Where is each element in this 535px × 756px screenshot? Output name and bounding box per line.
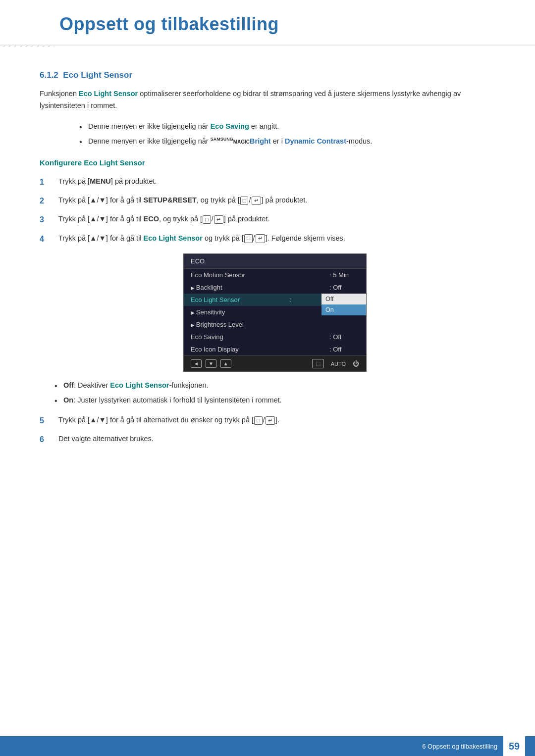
eco-menu-bottom-bar: ◄ ▼ ▲ ⬚ AUTO ⏻ (184, 355, 366, 371)
step-number-1: 1 (40, 176, 54, 189)
dynamic-contrast-term: Dynamic Contrast (285, 137, 346, 145)
step-4: 4 Trykk på [▲/▼] for å gå til Eco Light … (40, 233, 495, 246)
icon-box-square-3: □ (203, 215, 211, 224)
step-number-5: 5 (40, 414, 54, 427)
page-title: Oppsett og tilbakestilling (59, 14, 505, 35)
eco-menu-item-motion-sensor: Eco Motion Sensor : 5 Min (184, 269, 366, 281)
icon-box-square: □ (240, 197, 249, 205)
eco-dropdown: Off On (321, 294, 366, 315)
step-5: 5 Trykk på [▲/▼] for å gå til alternativ… (40, 414, 495, 427)
eco-option-off: Off: Deaktiver Eco Light Sensor-funksjon… (54, 380, 495, 392)
eco-label-motion: Eco Motion Sensor (191, 271, 329, 279)
step-3-text: Trykk på [▲/▼] for å gå til ECO, og tryk… (58, 213, 495, 225)
step-2: 2 Trykk på [▲/▼] for å gå til SETUP&RESE… (40, 195, 495, 207)
icon-down-arrow: ▼ (206, 359, 216, 368)
eco-light-sensor-term: Eco Light Sensor (144, 234, 203, 242)
eco-menu-item-brightness: Brightness Level (184, 318, 366, 331)
eco-label-icon-display: Eco Icon Display (191, 346, 329, 353)
step-number-2: 2 (40, 195, 54, 207)
main-content: 6.1.2 Eco Light Sensor Funksjonen Eco Li… (0, 46, 535, 492)
title-bar: Oppsett og tilbakestilling (0, 0, 535, 46)
eco-label-light-sensor: Eco Light Sensor (191, 296, 289, 303)
page-footer: 6 Oppsett og tilbakestilling 59 (0, 736, 535, 756)
intro-bold-term: Eco Light Sensor (79, 90, 138, 98)
bullet-list: Denne menyen er ikke tilgjengelig når Ec… (79, 121, 495, 148)
step-number-4: 4 (40, 233, 54, 246)
step-number-3: 3 (40, 213, 54, 226)
page-container: Oppsett og tilbakestilling 6.1.2 Eco Lig… (0, 0, 535, 756)
eco-label-sensitivity: Sensitivity (191, 308, 329, 316)
footer-text: 6 Oppsett og tilbakestilling (422, 743, 497, 750)
samsung-label: SAMSUNG (211, 137, 233, 142)
eco-bottom-icons: ◄ ▼ ▲ (191, 359, 231, 368)
magic-bright-term: Bright (250, 137, 271, 145)
icon-monitor: ⬚ (312, 359, 324, 368)
eco-value-light-sensor: : (289, 296, 319, 303)
power-icon: ⏻ (353, 360, 359, 367)
step-6: 6 Det valgte alternativet brukes. (40, 433, 495, 446)
off-eco-term: Eco Light Sensor (110, 381, 169, 389)
dropdown-option-on: On (321, 304, 366, 315)
eco-bottom-right: ⬚ AUTO ⏻ (312, 359, 359, 368)
eco-menu-item-backlight: Backlight : Off (184, 281, 366, 294)
icon-box-enter-5: ↵ (266, 416, 275, 425)
step-number-6: 6 (40, 433, 54, 446)
icon-left-arrow: ◄ (191, 359, 202, 368)
bullet-item-1: Denne menyen er ikke tilgjengelig når Ec… (79, 121, 495, 133)
bullet-item-2: Denne menyen er ikke tilgjengelig når SA… (79, 136, 495, 148)
eco-option-on: On: Juster lysstyrken automatisk i forho… (54, 395, 495, 406)
icon-up-arrow: ▲ (220, 359, 231, 368)
eco-value-saving: : Off (329, 333, 359, 341)
step-4-text: Trykk på [▲/▼] for å gå til Eco Light Se… (58, 233, 495, 245)
icon-box-enter-4: ↵ (256, 234, 265, 243)
eco-options-list: Off: Deaktiver Eco Light Sensor-funksjon… (54, 380, 495, 406)
auto-label: AUTO (331, 361, 346, 367)
eco-menu-box: ECO Eco Motion Sensor : 5 Min Backlight … (183, 253, 367, 372)
step-1-text: Trykk på [MENU] på produktet. (58, 176, 495, 188)
eco-value-backlight: : Off (329, 284, 359, 291)
eco-saving-term: Eco Saving (211, 122, 249, 130)
eco-menu-title: ECO (184, 254, 366, 269)
icon-box-enter-3: ↵ (214, 215, 223, 224)
eco-value-icon-display: : Off (329, 346, 359, 353)
eco-label-brightness: Brightness Level (191, 321, 329, 328)
icon-box-enter: ↵ (252, 197, 261, 205)
step-5-text: Trykk på [▲/▼] for å gå til alternativet… (58, 414, 495, 426)
step-3: 3 Trykk på [▲/▼] for å gå til ECO, og tr… (40, 213, 495, 226)
icon-box-square-5: □ (254, 416, 263, 425)
eco-menu-screenshot: ECO Eco Motion Sensor : 5 Min Backlight … (54, 253, 495, 372)
eco-menu-item-saving: Eco Saving : Off (184, 331, 366, 343)
step-6-text: Det valgte alternativet brukes. (58, 433, 495, 445)
page-number: 59 (503, 735, 525, 756)
eco-label-saving: Eco Saving (191, 333, 329, 341)
intro-paragraph: Funksjonen Eco Light Sensor optimalisere… (40, 88, 495, 112)
eco-label-backlight: Backlight (191, 284, 329, 291)
eco-value-motion: : 5 Min (329, 271, 359, 279)
step-2-text: Trykk på [▲/▼] for å gå til SETUP&RESET,… (58, 195, 495, 206)
eco-menu-item-light-sensor: Eco Light Sensor : Off On (184, 294, 366, 306)
icon-box-square-4: □ (244, 234, 253, 243)
section-heading: 6.1.2 Eco Light Sensor (40, 70, 495, 80)
step-1: 1 Trykk på [MENU] på produktet. (40, 176, 495, 189)
dropdown-option-off: Off (321, 294, 366, 304)
eco-menu-item-icon-display: Eco Icon Display : Off (184, 343, 366, 355)
configure-heading: Konfigurere Eco Light Sensor (40, 158, 495, 167)
magic-label: MAGIC (233, 139, 250, 145)
